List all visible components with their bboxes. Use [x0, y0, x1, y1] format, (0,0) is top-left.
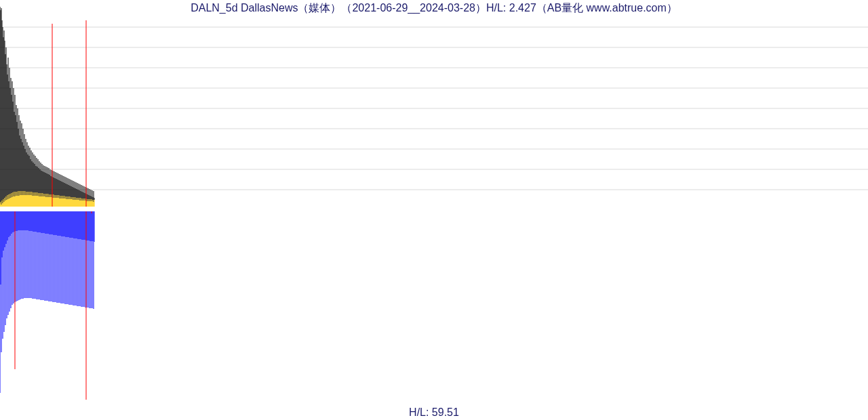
chart-footer: H/L: 59.51	[0, 406, 868, 419]
chart-canvas	[0, 0, 868, 420]
chart-title: DALN_5d DallasNews（媒体）（2021-06-29__2024-…	[0, 1, 868, 16]
